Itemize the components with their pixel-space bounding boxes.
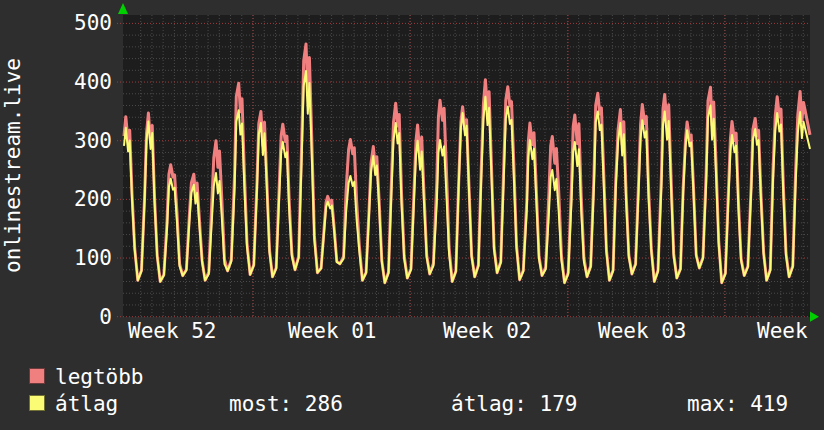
legend-swatch-atlag	[29, 395, 45, 411]
y-tick-label: 300	[40, 130, 112, 152]
x-tick-label: Week 52	[128, 320, 217, 342]
chart-plot-area	[123, 15, 810, 317]
x-tick-label: Week 01	[288, 320, 377, 342]
legend-label-atlag: átlag	[55, 393, 118, 415]
y-tick-label: 400	[40, 71, 112, 93]
vertical-axis-title: onlinestream.live	[0, 15, 26, 317]
x-tick-label: Week 03	[598, 320, 687, 342]
stat-atlag: átlag: 179	[451, 393, 577, 415]
chart-svg	[123, 15, 810, 317]
y-tick-label: 200	[40, 188, 112, 210]
y-tick-label: 500	[40, 12, 112, 34]
legend-swatch-legtobb	[29, 368, 45, 384]
x-tick-label: Week 02	[443, 320, 532, 342]
stat-max: max: 419	[687, 393, 788, 415]
y-tick-label: 100	[40, 247, 112, 269]
x-tick-label: Week	[757, 320, 808, 342]
x-axis: Week 52Week 01Week 02Week 03Week	[0, 320, 824, 346]
y-axis: 5004003002001000	[40, 0, 112, 340]
y-axis-arrow-icon	[118, 3, 128, 14]
stat-most: most: 286	[229, 393, 343, 415]
legend-label-legtobb: legtöbb	[55, 366, 144, 388]
